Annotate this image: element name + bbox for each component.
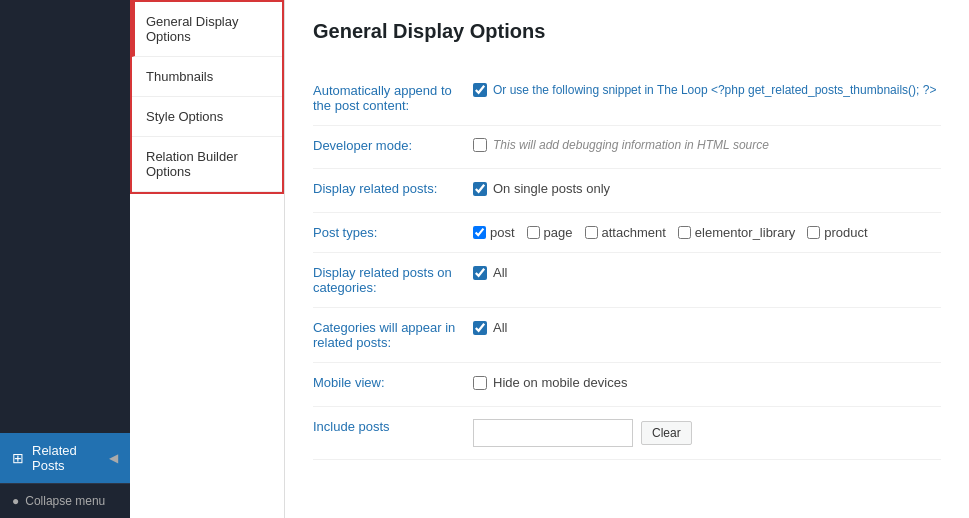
post-type-item-product: product (807, 225, 867, 240)
table-row: Display related posts: On single posts o… (313, 169, 941, 213)
table-row: Mobile view: Hide on mobile devices (313, 363, 941, 407)
field-auto-append: Or use the following snippet in The Loop… (473, 71, 941, 126)
table-row: Include posts Clear (313, 407, 941, 460)
collapse-label: Collapse menu (25, 494, 105, 508)
checkbox-row: All (473, 265, 941, 280)
page-title: General Display Options (313, 20, 941, 51)
mobile-view-label: Hide on mobile devices (493, 375, 627, 390)
field-label-display-related: Display related posts: (313, 169, 473, 213)
subnav-item-style-options[interactable]: Style Options (132, 97, 282, 137)
field-include-posts: Clear (473, 407, 941, 460)
table-row: Post types: post page attachment (313, 213, 941, 253)
subnav-item-thumbnails[interactable]: Thumbnails (132, 57, 282, 97)
field-categories-appear: All (473, 308, 941, 363)
post-type-page-label: page (544, 225, 573, 240)
post-type-attachment-label: attachment (602, 225, 666, 240)
subnav-item-relation-builder[interactable]: Relation Builder Options (132, 137, 282, 192)
snippet-text: Or use the following snippet in The Loop… (493, 83, 936, 97)
display-categories-checkbox[interactable] (473, 266, 487, 280)
post-types-container: post page attachment elementor_library (473, 225, 941, 240)
table-row: Categories will appear in related posts:… (313, 308, 941, 363)
display-categories-label: All (493, 265, 507, 280)
main-content: General Display Options Automatically ap… (285, 0, 969, 518)
include-posts-container: Clear (473, 419, 941, 447)
categories-appear-checkbox[interactable] (473, 321, 487, 335)
sidebar-item-related-posts[interactable]: ⊞ Related Posts ◀ (0, 433, 130, 483)
checkbox-row: On single posts only (473, 181, 941, 196)
post-type-post-label: post (490, 225, 515, 240)
field-label-post-types: Post types: (313, 213, 473, 253)
sidebar-arrow-icon: ◀ (109, 451, 118, 465)
post-type-item-page: page (527, 225, 573, 240)
post-type-product-label: product (824, 225, 867, 240)
checkbox-row: This will add debugging information in H… (473, 138, 941, 152)
table-row: Developer mode: This will add debugging … (313, 126, 941, 169)
subnav-panel: General Display Options Thumbnails Style… (130, 0, 285, 518)
display-related-label: On single posts only (493, 181, 610, 196)
sidebar: ⊞ Related Posts ◀ ● Collapse menu (0, 0, 130, 518)
field-label-mobile-view: Mobile view: (313, 363, 473, 407)
post-type-item-elementor: elementor_library (678, 225, 795, 240)
include-posts-input[interactable] (473, 419, 633, 447)
subnav-border: General Display Options Thumbnails Style… (130, 0, 284, 194)
table-row: Display related posts on categories: All (313, 253, 941, 308)
subnav-item-label: General Display Options (146, 14, 239, 44)
field-label-auto-append: Automatically append to the post content… (313, 71, 473, 126)
collapse-icon: ● (12, 494, 19, 508)
debug-text: This will add debugging information in H… (493, 138, 769, 152)
checkbox-row: All (473, 320, 941, 335)
subnav-item-label: Relation Builder Options (146, 149, 238, 179)
post-type-post-checkbox[interactable] (473, 226, 486, 239)
field-label-developer-mode: Developer mode: (313, 126, 473, 169)
field-label-categories-appear: Categories will appear in related posts: (313, 308, 473, 363)
field-label-include-posts: Include posts (313, 407, 473, 460)
display-related-checkbox[interactable] (473, 182, 487, 196)
post-type-elementor-checkbox[interactable] (678, 226, 691, 239)
categories-appear-label: All (493, 320, 507, 335)
post-type-item-post: post (473, 225, 515, 240)
field-label-display-categories: Display related posts on categories: (313, 253, 473, 308)
post-type-item-attachment: attachment (585, 225, 666, 240)
mobile-view-checkbox[interactable] (473, 376, 487, 390)
sidebar-item-label: Related Posts (32, 443, 109, 473)
subnav-item-label: Style Options (146, 109, 223, 124)
subnav-item-label: Thumbnails (146, 69, 213, 84)
field-display-categories: All (473, 253, 941, 308)
post-type-page-checkbox[interactable] (527, 226, 540, 239)
checkbox-row: Or use the following snippet in The Loop… (473, 83, 941, 97)
post-type-product-checkbox[interactable] (807, 226, 820, 239)
auto-append-checkbox[interactable] (473, 83, 487, 97)
table-row: Automatically append to the post content… (313, 71, 941, 126)
field-developer-mode: This will add debugging information in H… (473, 126, 941, 169)
clear-button[interactable]: Clear (641, 421, 692, 445)
post-type-attachment-checkbox[interactable] (585, 226, 598, 239)
post-type-elementor-label: elementor_library (695, 225, 795, 240)
developer-mode-checkbox[interactable] (473, 138, 487, 152)
field-mobile-view: Hide on mobile devices (473, 363, 941, 407)
field-display-related: On single posts only (473, 169, 941, 213)
settings-form: Automatically append to the post content… (313, 71, 941, 460)
grid-icon: ⊞ (12, 450, 24, 466)
field-post-types: post page attachment elementor_library (473, 213, 941, 253)
checkbox-row: Hide on mobile devices (473, 375, 941, 390)
subnav-item-general-display[interactable]: General Display Options (132, 2, 282, 57)
collapse-menu-button[interactable]: ● Collapse menu (0, 483, 130, 518)
